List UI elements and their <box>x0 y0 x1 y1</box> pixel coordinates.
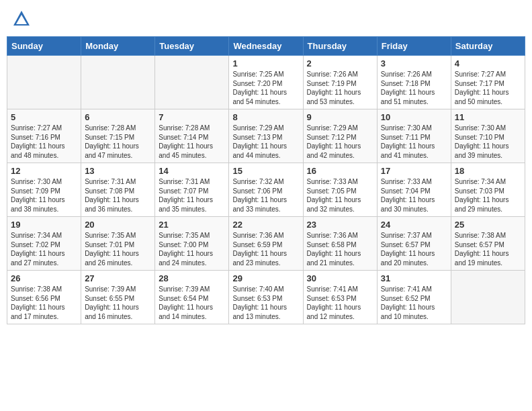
calendar-table: SundayMondayTuesdayWednesdayThursdayFrid… <box>7 36 525 324</box>
calendar-day-cell: 5Sunrise: 7:27 AM Sunset: 7:16 PM Daylig… <box>7 109 81 163</box>
day-info: Sunrise: 7:32 AM Sunset: 7:06 PM Dayligh… <box>232 177 299 214</box>
day-info: Sunrise: 7:35 AM Sunset: 7:00 PM Dayligh… <box>159 231 225 267</box>
day-info: Sunrise: 7:30 AM Sunset: 7:11 PM Dayligh… <box>381 124 447 160</box>
day-number: 20 <box>85 220 151 230</box>
calendar-day-cell: 19Sunrise: 7:34 AM Sunset: 7:02 PM Dayli… <box>7 217 81 271</box>
day-number: 3 <box>381 58 447 68</box>
day-info: Sunrise: 7:33 AM Sunset: 7:05 PM Dayligh… <box>307 177 373 214</box>
day-number: 23 <box>307 220 373 230</box>
day-info: Sunrise: 7:25 AM Sunset: 7:20 PM Dayligh… <box>232 70 299 106</box>
day-number: 24 <box>381 220 447 230</box>
calendar-day-cell: 25Sunrise: 7:38 AM Sunset: 6:57 PM Dayli… <box>451 217 525 271</box>
weekday-header-wednesday: Wednesday <box>229 37 303 56</box>
day-number: 11 <box>455 112 521 122</box>
day-number: 22 <box>232 220 299 230</box>
day-info: Sunrise: 7:40 AM Sunset: 6:53 PM Dayligh… <box>232 285 299 321</box>
day-info: Sunrise: 7:28 AM Sunset: 7:15 PM Dayligh… <box>85 124 151 160</box>
day-number: 19 <box>11 220 77 230</box>
day-info: Sunrise: 7:35 AM Sunset: 7:01 PM Dayligh… <box>85 231 151 267</box>
calendar-day-cell: 21Sunrise: 7:35 AM Sunset: 7:00 PM Dayli… <box>155 217 229 271</box>
calendar-day-cell: 17Sunrise: 7:33 AM Sunset: 7:04 PM Dayli… <box>377 163 451 217</box>
day-number: 6 <box>85 112 151 122</box>
day-number: 10 <box>381 112 447 122</box>
day-number: 27 <box>85 273 151 283</box>
calendar-day-cell: 24Sunrise: 7:37 AM Sunset: 6:57 PM Dayli… <box>377 217 451 271</box>
calendar-day-cell: 11Sunrise: 7:30 AM Sunset: 7:10 PM Dayli… <box>451 109 525 163</box>
calendar-day-cell: 10Sunrise: 7:30 AM Sunset: 7:11 PM Dayli… <box>377 109 451 163</box>
weekday-header-sunday: Sunday <box>7 37 81 56</box>
day-info: Sunrise: 7:30 AM Sunset: 7:09 PM Dayligh… <box>11 177 77 214</box>
calendar-day-cell: 26Sunrise: 7:38 AM Sunset: 6:56 PM Dayli… <box>7 271 81 324</box>
calendar-week-row: 12Sunrise: 7:30 AM Sunset: 7:09 PM Dayli… <box>7 163 525 217</box>
day-info: Sunrise: 7:36 AM Sunset: 6:59 PM Dayligh… <box>232 231 299 267</box>
day-number: 2 <box>307 58 373 68</box>
calendar-day-cell: 4Sunrise: 7:27 AM Sunset: 7:17 PM Daylig… <box>451 56 525 109</box>
day-info: Sunrise: 7:38 AM Sunset: 6:56 PM Dayligh… <box>11 285 77 321</box>
day-number: 31 <box>381 273 447 283</box>
day-info: Sunrise: 7:30 AM Sunset: 7:10 PM Dayligh… <box>455 124 521 160</box>
header <box>7 7 525 31</box>
calendar-day-cell: 31Sunrise: 7:41 AM Sunset: 6:52 PM Dayli… <box>377 271 451 324</box>
day-info: Sunrise: 7:27 AM Sunset: 7:16 PM Dayligh… <box>11 124 77 160</box>
calendar-day-cell: 18Sunrise: 7:34 AM Sunset: 7:03 PM Dayli… <box>451 163 525 217</box>
day-number: 18 <box>455 166 521 176</box>
day-number: 4 <box>455 58 521 68</box>
weekday-header-saturday: Saturday <box>451 37 525 56</box>
day-number: 1 <box>232 58 299 68</box>
day-number: 17 <box>381 166 447 176</box>
calendar-day-cell: 3Sunrise: 7:26 AM Sunset: 7:18 PM Daylig… <box>377 56 451 109</box>
calendar-day-cell: 6Sunrise: 7:28 AM Sunset: 7:15 PM Daylig… <box>81 109 155 163</box>
calendar-day-cell: 13Sunrise: 7:31 AM Sunset: 7:08 PM Dayli… <box>81 163 155 217</box>
day-info: Sunrise: 7:26 AM Sunset: 7:19 PM Dayligh… <box>307 70 373 106</box>
day-info: Sunrise: 7:29 AM Sunset: 7:12 PM Dayligh… <box>307 124 373 160</box>
calendar-day-cell: 7Sunrise: 7:28 AM Sunset: 7:14 PM Daylig… <box>155 109 229 163</box>
day-info: Sunrise: 7:38 AM Sunset: 6:57 PM Dayligh… <box>455 231 521 267</box>
day-info: Sunrise: 7:39 AM Sunset: 6:54 PM Dayligh… <box>159 285 225 321</box>
calendar-day-cell <box>7 56 81 109</box>
calendar-day-cell: 22Sunrise: 7:36 AM Sunset: 6:59 PM Dayli… <box>229 217 303 271</box>
calendar-week-row: 19Sunrise: 7:34 AM Sunset: 7:02 PM Dayli… <box>7 217 525 271</box>
weekday-header-tuesday: Tuesday <box>155 37 229 56</box>
calendar-day-cell: 16Sunrise: 7:33 AM Sunset: 7:05 PM Dayli… <box>303 163 377 217</box>
day-number: 30 <box>307 273 373 283</box>
day-number: 28 <box>159 273 225 283</box>
calendar-day-cell: 2Sunrise: 7:26 AM Sunset: 7:19 PM Daylig… <box>303 56 377 109</box>
day-info: Sunrise: 7:41 AM Sunset: 6:53 PM Dayligh… <box>307 285 373 321</box>
day-info: Sunrise: 7:27 AM Sunset: 7:17 PM Dayligh… <box>455 70 521 106</box>
day-info: Sunrise: 7:31 AM Sunset: 7:07 PM Dayligh… <box>159 177 225 214</box>
day-number: 8 <box>232 112 299 122</box>
calendar-day-cell: 1Sunrise: 7:25 AM Sunset: 7:20 PM Daylig… <box>229 56 303 109</box>
calendar-day-cell: 27Sunrise: 7:39 AM Sunset: 6:55 PM Dayli… <box>81 271 155 324</box>
calendar-week-row: 26Sunrise: 7:38 AM Sunset: 6:56 PM Dayli… <box>7 271 525 324</box>
calendar-day-cell: 14Sunrise: 7:31 AM Sunset: 7:07 PM Dayli… <box>155 163 229 217</box>
calendar-day-cell: 30Sunrise: 7:41 AM Sunset: 6:53 PM Dayli… <box>303 271 377 324</box>
calendar-day-cell: 20Sunrise: 7:35 AM Sunset: 7:01 PM Dayli… <box>81 217 155 271</box>
day-info: Sunrise: 7:28 AM Sunset: 7:14 PM Dayligh… <box>159 124 225 160</box>
calendar-day-cell <box>81 56 155 109</box>
day-number: 16 <box>307 166 373 176</box>
calendar-day-cell: 15Sunrise: 7:32 AM Sunset: 7:06 PM Dayli… <box>229 163 303 217</box>
logo <box>12 9 34 28</box>
day-info: Sunrise: 7:36 AM Sunset: 6:58 PM Dayligh… <box>307 231 373 267</box>
day-info: Sunrise: 7:34 AM Sunset: 7:02 PM Dayligh… <box>11 231 77 267</box>
day-number: 5 <box>11 112 77 122</box>
logo-icon <box>12 9 31 28</box>
weekday-header-thursday: Thursday <box>303 37 377 56</box>
weekday-header-friday: Friday <box>377 37 451 56</box>
calendar-day-cell: 12Sunrise: 7:30 AM Sunset: 7:09 PM Dayli… <box>7 163 81 217</box>
calendar-day-cell: 28Sunrise: 7:39 AM Sunset: 6:54 PM Dayli… <box>155 271 229 324</box>
day-number: 25 <box>455 220 521 230</box>
weekday-header-row: SundayMondayTuesdayWednesdayThursdayFrid… <box>7 37 525 56</box>
calendar-week-row: 5Sunrise: 7:27 AM Sunset: 7:16 PM Daylig… <box>7 109 525 163</box>
calendar-day-cell: 29Sunrise: 7:40 AM Sunset: 6:53 PM Dayli… <box>229 271 303 324</box>
day-number: 13 <box>85 166 151 176</box>
day-number: 15 <box>232 166 299 176</box>
day-number: 26 <box>11 273 77 283</box>
calendar-day-cell: 9Sunrise: 7:29 AM Sunset: 7:12 PM Daylig… <box>303 109 377 163</box>
day-info: Sunrise: 7:29 AM Sunset: 7:13 PM Dayligh… <box>232 124 299 160</box>
calendar-day-cell: 8Sunrise: 7:29 AM Sunset: 7:13 PM Daylig… <box>229 109 303 163</box>
day-number: 7 <box>159 112 225 122</box>
day-number: 14 <box>159 166 225 176</box>
calendar-day-cell <box>451 271 525 324</box>
day-info: Sunrise: 7:31 AM Sunset: 7:08 PM Dayligh… <box>85 177 151 214</box>
